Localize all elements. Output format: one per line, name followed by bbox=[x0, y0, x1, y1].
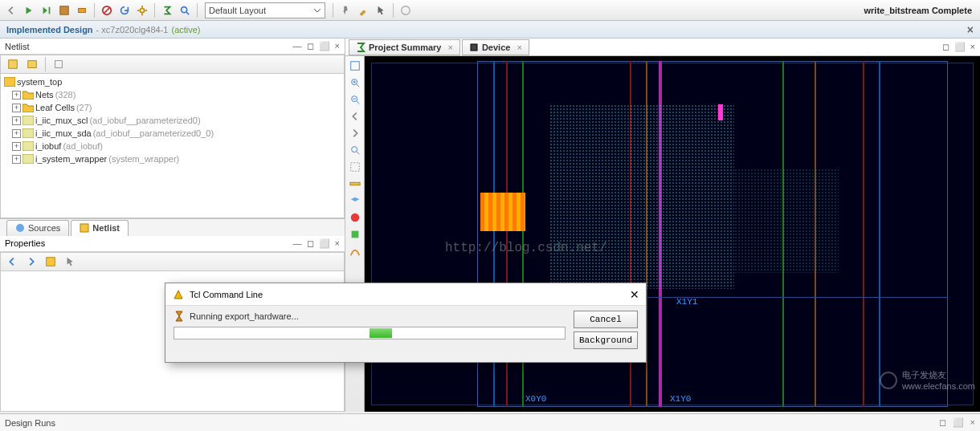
zoom-in-icon[interactable] bbox=[347, 75, 363, 91]
tab-device-label: Device bbox=[482, 43, 510, 52]
svg-line-30 bbox=[356, 152, 359, 155]
instance-icon bbox=[22, 154, 34, 164]
tab-device[interactable]: Device × bbox=[462, 39, 529, 55]
save-icon[interactable] bbox=[56, 2, 72, 18]
expand-icon[interactable]: + bbox=[12, 155, 21, 164]
expand-all-icon[interactable] bbox=[23, 56, 41, 72]
layout-combo[interactable]: Default Layout bbox=[205, 2, 325, 18]
tree-item[interactable]: + i_iic_mux_scl (ad_iobuf__parameterized… bbox=[1, 114, 344, 127]
back-icon[interactable] bbox=[4, 254, 20, 270]
routing-congestion bbox=[549, 104, 734, 289]
status-text: write_bitstream Complete bbox=[864, 6, 977, 15]
restore-icon[interactable]: ◻ bbox=[939, 417, 946, 428]
restore-icon[interactable]: ◻ bbox=[307, 41, 314, 51]
close-icon[interactable]: × bbox=[335, 238, 340, 249]
route-icon[interactable] bbox=[347, 243, 363, 259]
minimize-icon[interactable]: — bbox=[293, 238, 302, 249]
run-step-icon[interactable] bbox=[39, 2, 55, 18]
maximize-icon[interactable]: ⬜ bbox=[954, 42, 966, 52]
forward-icon[interactable] bbox=[23, 254, 39, 270]
find-icon[interactable] bbox=[50, 56, 67, 72]
search-icon[interactable] bbox=[177, 2, 193, 18]
pin-icon[interactable] bbox=[337, 2, 353, 18]
tab-project-summary[interactable]: Project Summary × bbox=[349, 39, 460, 55]
svg-rect-1 bbox=[60, 6, 69, 14]
maximize-icon[interactable]: ⬜ bbox=[319, 238, 330, 249]
svg-rect-21 bbox=[350, 62, 359, 71]
right-tabs: Project Summary × Device × ◻ ⬜ × bbox=[345, 39, 980, 56]
select-region-icon[interactable] bbox=[347, 159, 363, 175]
sigma-icon[interactable] bbox=[159, 2, 175, 18]
close-tab-icon[interactable]: × bbox=[447, 43, 452, 52]
maximize-icon[interactable]: ⬜ bbox=[953, 417, 964, 428]
tree-item-count: (27) bbox=[76, 103, 92, 112]
properties-toolbar bbox=[0, 252, 345, 271]
close-design-icon[interactable]: × bbox=[967, 23, 974, 36]
tree-root[interactable]: system_top bbox=[1, 75, 344, 88]
run-icon[interactable] bbox=[21, 2, 37, 18]
svg-rect-12 bbox=[4, 77, 15, 87]
tree-item[interactable]: + i_iic_mux_sda (ad_iobuf__parameterized… bbox=[1, 127, 344, 140]
svg-rect-2 bbox=[79, 8, 86, 12]
tab-sources-label: Sources bbox=[28, 223, 60, 233]
maximize-icon[interactable]: ⬜ bbox=[319, 41, 330, 51]
expand-icon[interactable]: + bbox=[12, 91, 21, 100]
expand-icon[interactable]: + bbox=[12, 116, 21, 125]
highlight-net-icon[interactable] bbox=[347, 226, 363, 242]
close-icon[interactable]: × bbox=[970, 42, 975, 52]
close-icon[interactable]: × bbox=[335, 41, 340, 51]
column-line bbox=[863, 61, 864, 407]
debug-icon[interactable] bbox=[74, 2, 90, 18]
background-button[interactable]: Background bbox=[574, 331, 638, 349]
drc-icon[interactable] bbox=[347, 209, 363, 226]
svg-rect-19 bbox=[47, 257, 55, 266]
close-icon[interactable]: × bbox=[970, 417, 975, 428]
zoom-out-icon[interactable] bbox=[347, 91, 363, 108]
minimize-icon[interactable]: — bbox=[293, 41, 302, 51]
svg-line-27 bbox=[356, 101, 359, 104]
svg-rect-10 bbox=[28, 61, 37, 68]
refresh-icon[interactable] bbox=[116, 2, 133, 18]
layers-icon[interactable] bbox=[347, 193, 363, 209]
svg-rect-20 bbox=[471, 44, 477, 51]
prev-icon[interactable] bbox=[347, 108, 363, 124]
svg-rect-15 bbox=[22, 141, 34, 151]
dialog-titlebar[interactable]: Tcl Command Line ✕ bbox=[165, 283, 646, 306]
restore-icon[interactable]: ◻ bbox=[307, 238, 314, 249]
tree-item[interactable]: + i_iobuf (ad_iobuf) bbox=[1, 140, 344, 152]
cancel-icon[interactable] bbox=[99, 2, 115, 18]
svg-rect-18 bbox=[80, 224, 88, 232]
netlist-tree[interactable]: system_top + Nets (328) + Leaf Cells (27… bbox=[0, 74, 345, 218]
tree-item[interactable]: + i_system_wrapper (system_wrapper) bbox=[1, 152, 344, 165]
expand-icon[interactable]: + bbox=[12, 104, 21, 112]
settings-icon[interactable] bbox=[134, 2, 150, 18]
tab-netlist[interactable]: Netlist bbox=[71, 220, 129, 236]
collapse-all-icon[interactable] bbox=[4, 56, 22, 72]
design-runs-tab[interactable]: Design Runs ◻ ⬜ × bbox=[0, 413, 980, 431]
sigma-icon bbox=[356, 43, 365, 52]
restore-icon[interactable]: ◻ bbox=[942, 42, 949, 52]
ruler-icon[interactable] bbox=[347, 176, 363, 192]
instance-icon bbox=[22, 116, 34, 125]
pointer-icon[interactable] bbox=[373, 2, 389, 18]
tree-item-type: (ad_iobuf__parameterized0_0) bbox=[93, 128, 214, 138]
dialog-close-icon[interactable]: ✕ bbox=[630, 288, 639, 301]
highlight-icon[interactable] bbox=[355, 2, 371, 18]
box-icon[interactable] bbox=[43, 254, 59, 270]
tab-sources[interactable]: Sources bbox=[6, 220, 69, 236]
zoom-fit-icon[interactable] bbox=[347, 58, 363, 74]
column-line bbox=[879, 61, 880, 407]
dialog-message: Running export_hardware... bbox=[190, 311, 299, 321]
select-icon[interactable] bbox=[62, 254, 78, 270]
close-tab-icon[interactable]: × bbox=[517, 43, 521, 52]
tree-item[interactable]: + Nets (328) bbox=[1, 88, 344, 101]
zoom-area-icon[interactable] bbox=[347, 142, 363, 158]
cancel-button[interactable]: Cancel bbox=[574, 311, 638, 328]
next-icon[interactable] bbox=[347, 125, 363, 141]
tab-summary-label: Project Summary bbox=[369, 43, 441, 52]
expand-icon[interactable]: + bbox=[12, 129, 21, 138]
tree-item[interactable]: + Leaf Cells (27) bbox=[1, 101, 344, 114]
expand-icon[interactable]: + bbox=[12, 142, 21, 151]
help-icon[interactable] bbox=[398, 2, 414, 18]
nav-back-icon[interactable] bbox=[3, 2, 19, 18]
